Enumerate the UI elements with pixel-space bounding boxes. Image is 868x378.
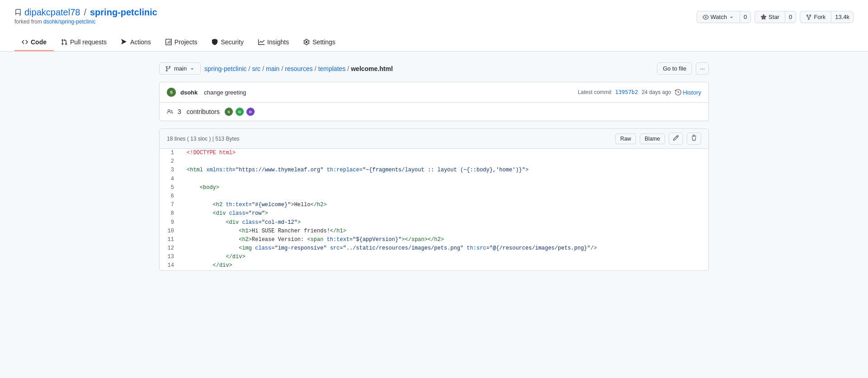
table-row: 5 <body> — [160, 184, 708, 192]
tab-settings[interactable]: Settings — [296, 34, 343, 51]
line-number: 10 — [160, 227, 179, 236]
line-code: <h2>Release Version: <span th:text="${ap… — [179, 236, 708, 244]
commit-time: 24 days ago — [642, 89, 671, 95]
line-code: <h2 th:text="#{welcome}">Hello</h2> — [179, 201, 708, 209]
line-number: 2 — [160, 157, 179, 166]
actions-icon — [121, 39, 127, 45]
commit-hash-link[interactable]: 13957b2 — [615, 89, 638, 95]
breadcrumb-link-src[interactable]: src — [252, 65, 260, 72]
tab-projects-label: Projects — [175, 38, 198, 46]
fork-button[interactable]: Fork — [800, 11, 831, 23]
tab-security[interactable]: Security — [204, 34, 251, 51]
repo-owner-link[interactable]: dipakcpatel78 — [24, 7, 80, 18]
delete-button[interactable] — [687, 132, 701, 145]
fork-source-link[interactable]: dsohk/spring-petclinic — [43, 19, 95, 25]
tab-insights[interactable]: Insights — [251, 34, 296, 51]
line-code — [179, 192, 708, 201]
branch-selector[interactable]: main — [159, 62, 201, 75]
contributor-avatar-2[interactable]: G — [235, 107, 244, 116]
file-header: 18 lines ( 13 sloc ) | 513 Bytes Raw Bla… — [160, 129, 708, 149]
contributors-box: 3 contributors S G D — [159, 103, 709, 121]
line-number: 4 — [160, 175, 179, 184]
file-meta: 18 lines ( 13 sloc ) | 513 Bytes — [167, 136, 240, 142]
line-code: <html xmlns:th="https://www.thymeleaf.or… — [179, 166, 708, 175]
contributors-count: 3 — [178, 108, 181, 115]
goto-file-button[interactable]: Go to file — [657, 62, 692, 75]
chevron-down-icon — [729, 14, 734, 20]
branch-chevron-icon — [189, 66, 195, 71]
star-count-badge[interactable]: 0 — [785, 11, 796, 23]
contributors-label: contributors — [187, 108, 220, 115]
table-row: 9 <div class="col-md-12"> — [160, 218, 708, 227]
watch-label: Watch — [711, 14, 727, 20]
table-row: 7 <h2 th:text="#{welcome}">Hello</h2> — [160, 201, 708, 209]
tab-code[interactable]: Code — [14, 34, 54, 51]
tab-actions-label: Actions — [130, 38, 151, 46]
line-number: 14 — [160, 261, 179, 270]
commit-author-avatar: S — [167, 88, 176, 97]
breadcrumb-link-main[interactable]: main — [266, 65, 279, 72]
contributor-avatar-3[interactable]: D — [246, 107, 255, 116]
table-row: 8 <div class="row"> — [160, 209, 708, 218]
line-code: <div class="col-md-12"> — [179, 218, 708, 227]
svg-text:S: S — [170, 90, 173, 94]
commit-info-box: S dsohk change greeting Latest commit 13… — [159, 82, 709, 103]
breadcrumb-link-templates[interactable]: templates — [318, 65, 346, 72]
line-code — [179, 157, 708, 166]
history-icon — [675, 89, 681, 95]
table-row: 13 </div> — [160, 253, 708, 261]
edit-button[interactable] — [669, 132, 683, 145]
eye-icon — [703, 14, 709, 20]
history-label: History — [683, 89, 701, 96]
file-size: 513 Bytes — [215, 136, 239, 142]
line-number: 9 — [160, 218, 179, 227]
contributors-icon — [167, 109, 173, 115]
table-row: 4 — [160, 175, 708, 184]
line-code — [179, 175, 708, 184]
latest-commit-label: Latest commit — [578, 89, 612, 95]
fork-label: Fork — [814, 14, 826, 20]
table-row: 12 <img class="img-responsive" src="../s… — [160, 244, 708, 253]
file-content: 18 lines ( 13 sloc ) | 513 Bytes Raw Bla… — [159, 128, 709, 271]
raw-button[interactable]: Raw — [615, 133, 636, 144]
commit-author-name[interactable]: dsohk — [180, 89, 198, 96]
fork-info-text: forked from — [14, 19, 42, 25]
line-code: <img class="img-responsive" src="../stat… — [179, 244, 708, 253]
contributor-avatars: S G D — [224, 107, 255, 116]
security-icon — [212, 39, 218, 45]
tab-security-label: Security — [221, 38, 244, 46]
table-row: 3 <html xmlns:th="https://www.thymeleaf.… — [160, 166, 708, 175]
commit-message: change greeting — [204, 89, 246, 96]
line-number: 11 — [160, 236, 179, 244]
tab-pull-requests[interactable]: Pull requests — [54, 34, 114, 51]
pencil-icon — [673, 135, 679, 141]
tab-actions[interactable]: Actions — [114, 34, 158, 51]
repo-name-link[interactable]: spring-petclinic — [90, 7, 157, 18]
table-row: 1 <!DOCTYPE html> — [160, 149, 708, 157]
line-number: 6 — [160, 192, 179, 201]
table-row: 10 <h1>Hi SUSE Rancher friends!</h1> — [160, 227, 708, 236]
file-lines: 18 lines — [167, 136, 185, 142]
fork-count-badge[interactable]: 13.4k — [831, 11, 854, 23]
breadcrumb-link-resources[interactable]: resources — [285, 65, 312, 72]
watch-count: 0 — [744, 14, 747, 20]
blame-button[interactable]: Blame — [640, 133, 665, 144]
star-icon — [760, 14, 767, 20]
watch-button[interactable]: Watch — [697, 11, 740, 23]
svg-text:D: D — [249, 110, 252, 114]
settings-icon — [303, 39, 310, 45]
table-row: 6 — [160, 192, 708, 201]
branch-icon — [165, 66, 171, 72]
star-label: Star — [769, 14, 779, 20]
trash-icon — [691, 135, 697, 141]
history-link[interactable]: History — [675, 89, 701, 96]
contributor-avatar-1[interactable]: S — [224, 107, 233, 116]
breadcrumb-link-repo[interactable]: spring-petclinic — [204, 65, 246, 72]
star-button[interactable]: Star — [755, 11, 785, 23]
more-options-button[interactable]: ··· — [696, 62, 709, 75]
tab-projects[interactable]: Projects — [158, 34, 205, 51]
line-number: 13 — [160, 253, 179, 261]
line-code: </div> — [179, 253, 708, 261]
line-number: 1 — [160, 149, 179, 157]
watch-count-badge[interactable]: 0 — [740, 11, 751, 23]
